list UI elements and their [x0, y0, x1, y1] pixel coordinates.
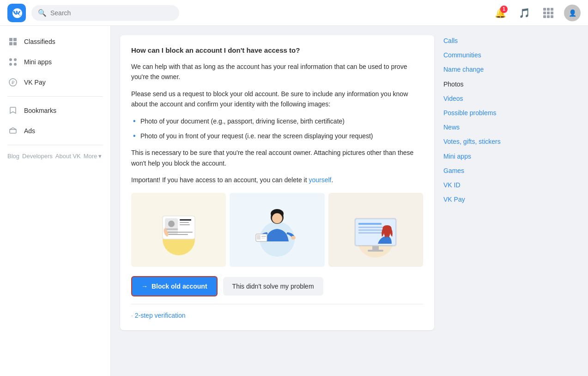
sidebar-right-votes: Votes, gifts, stickers: [443, 136, 545, 148]
more-label: More: [84, 153, 97, 160]
svg-point-25: [291, 236, 296, 240]
svg-text:₽: ₽: [12, 80, 15, 85]
search-box[interactable]: 🔍: [31, 5, 179, 21]
article-content: How can I block an account I don't have …: [120, 35, 434, 367]
yourself-link[interactable]: yourself: [309, 176, 331, 184]
svg-rect-33: [358, 223, 382, 225]
chevron-down-icon: ▾: [98, 153, 102, 160]
mini-apps-icon: [7, 56, 18, 68]
mini-apps-right-link[interactable]: Mini apps: [443, 153, 471, 160]
block-old-account-button[interactable]: → Block old account: [131, 276, 218, 296]
right-sidebar-list: Calls Communities Name change Photos Vid…: [443, 35, 545, 205]
computer-svg: [346, 200, 406, 260]
article-para4: Important! If you have access to an acco…: [131, 175, 423, 185]
sidebar-item-vk-pay[interactable]: ₽ VK Pay: [0, 72, 110, 92]
classifieds-label: Classifieds: [24, 38, 55, 45]
apps-grid-button[interactable]: [540, 5, 557, 21]
sidebar-right-news: News: [443, 122, 545, 133]
buttons-row: → Block old account This didn't solve my…: [131, 276, 423, 296]
svg-point-4: [9, 58, 12, 61]
no-solve-button[interactable]: This didn't solve my problem: [223, 277, 323, 296]
search-input[interactable]: [50, 9, 173, 17]
svg-rect-27: [257, 235, 261, 240]
footer-blog-link[interactable]: Blog: [7, 153, 19, 160]
communities-link[interactable]: Communities: [443, 51, 481, 59]
computer-illustration: [328, 193, 423, 267]
calls-link[interactable]: Calls: [443, 37, 458, 44]
news-link[interactable]: News: [443, 123, 460, 131]
header: 🔍 🔔 1 🎵 👤: [0, 0, 588, 26]
illustration-images: [131, 193, 423, 267]
svg-rect-3: [13, 42, 17, 45]
article-title: How can I block an account I don't have …: [131, 46, 423, 54]
videos-link[interactable]: Videos: [443, 95, 463, 102]
main-content: How can I block an account I don't have …: [111, 26, 588, 376]
svg-rect-28: [261, 236, 266, 237]
no-solve-label: This didn't solve my problem: [232, 283, 314, 290]
article-para1: We can help with that as long as the acc…: [131, 62, 423, 82]
music-icon: 🎵: [519, 7, 530, 18]
user-avatar[interactable]: 👤: [564, 5, 581, 21]
sidebar: Classifieds Mini apps ₽ VK Pay Bookmarks: [0, 26, 111, 376]
votes-link[interactable]: Votes, gifts, stickers: [443, 138, 501, 145]
sidebar-right-photos: Photos: [443, 79, 545, 90]
svg-point-5: [14, 58, 17, 61]
bookmarks-icon: [7, 105, 18, 116]
article-para2: Please send us a request to block your o…: [131, 89, 423, 110]
svg-rect-16: [180, 222, 189, 223]
games-link[interactable]: Games: [443, 167, 464, 174]
ads-label: Ads: [24, 127, 35, 135]
sidebar-item-ads[interactable]: Ads: [0, 121, 110, 141]
vk-logo-icon: [11, 7, 22, 18]
music-button[interactable]: 🎵: [516, 5, 533, 21]
person-card-illustration: [230, 193, 324, 267]
sidebar-right-games: Games: [443, 165, 545, 177]
svg-rect-18: [165, 232, 193, 233]
sidebar-item-mini-apps[interactable]: Mini apps: [0, 52, 110, 72]
sidebar-item-bookmarks[interactable]: Bookmarks: [0, 100, 110, 121]
article-para3: This is necessary to be sure that you're…: [131, 148, 423, 168]
sidebar-right-calls: Calls: [443, 35, 545, 47]
block-btn-label: Block old account: [152, 283, 207, 290]
footer-about-link[interactable]: About VK: [55, 153, 81, 160]
svg-point-7: [14, 63, 17, 66]
para4-before: Important! If you have access to an acco…: [131, 176, 309, 184]
sidebar-right-name-change: Name change: [443, 64, 545, 75]
svg-rect-35: [358, 229, 386, 231]
bullet-item-2: Photo of you in front of your request (i…: [131, 131, 423, 141]
search-icon: 🔍: [38, 9, 47, 17]
sidebar-divider-2: [7, 145, 103, 145]
name-change-link[interactable]: Name change: [443, 66, 484, 73]
svg-rect-38: [368, 250, 383, 252]
photos-label: Photos: [443, 80, 464, 88]
footer-developers-link[interactable]: Developers: [22, 153, 53, 160]
footer-more-button[interactable]: More ▾: [84, 153, 102, 160]
vk-logo[interactable]: [7, 4, 26, 22]
ads-icon: [7, 125, 18, 136]
bullet-list: Photo of your document (e.g., passport, …: [131, 116, 423, 142]
arrow-right-icon: →: [141, 283, 148, 290]
article-card: How can I block an account I don't have …: [120, 35, 434, 330]
layout: Classifieds Mini apps ₽ VK Pay Bookmarks: [0, 26, 588, 376]
svg-rect-0: [9, 38, 12, 41]
mini-apps-label: Mini apps: [24, 58, 52, 66]
vk-id-link[interactable]: VK ID: [443, 181, 461, 189]
sidebar-right-vk-id: VK ID: [443, 179, 545, 191]
right-sidebar: Calls Communities Name change Photos Vid…: [443, 35, 545, 367]
vk-pay-right-link[interactable]: VK Pay: [443, 196, 465, 203]
sidebar-item-classifieds[interactable]: Classifieds: [0, 31, 110, 52]
svg-rect-14: [165, 228, 178, 230]
two-step-link[interactable]: 2-step verification: [131, 312, 186, 319]
passport-illustration: [131, 193, 226, 267]
notification-badge: 1: [500, 6, 508, 13]
header-icons: 🔔 1 🎵 👤: [492, 5, 581, 21]
avatar-icon: 👤: [569, 9, 576, 17]
svg-rect-29: [261, 238, 265, 239]
svg-rect-15: [180, 219, 191, 221]
vk-pay-icon: ₽: [7, 77, 18, 88]
notifications-button[interactable]: 🔔 1: [492, 5, 509, 21]
svg-point-23: [272, 213, 282, 223]
possible-problems-link[interactable]: Possible problems: [443, 109, 496, 117]
sidebar-right-videos: Videos: [443, 93, 545, 105]
svg-rect-37: [372, 246, 379, 250]
